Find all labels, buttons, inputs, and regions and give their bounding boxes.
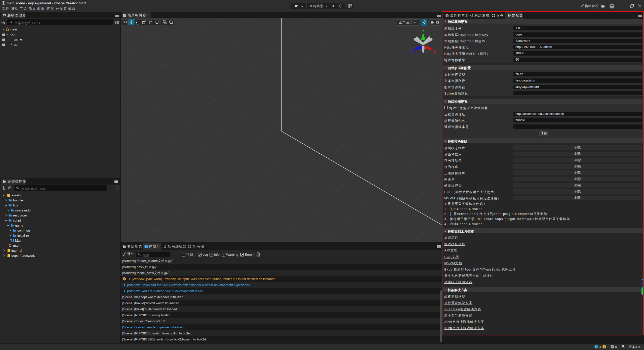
svg-text:Y: Y — [422, 29, 424, 33]
svg-text:Z: Z — [411, 51, 413, 54]
svg-text:?: ? — [611, 4, 613, 8]
svg-text:X: X — [433, 51, 436, 54]
